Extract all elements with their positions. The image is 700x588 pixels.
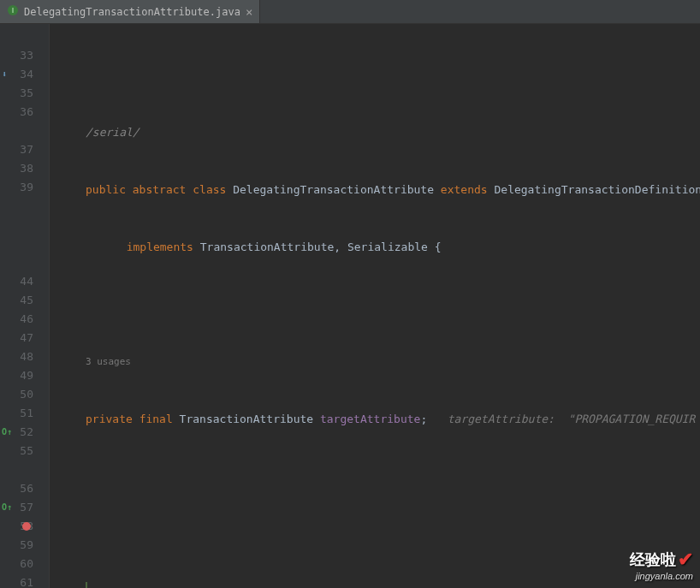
- tab-filename: DelegatingTransactionAttribute.java: [24, 6, 240, 18]
- code-line[interactable]: [50, 66, 700, 85]
- code-line[interactable]: /serial/: [50, 123, 700, 142]
- usages-hint[interactable]: 3 usages: [50, 353, 700, 371]
- javadoc[interactable]: Create a DelegatingTransactionAttribute …: [86, 582, 700, 588]
- gutter[interactable]: 33 ⬇34 35 36 37 38 39 44 45 46 47 48 49 …: [0, 24, 50, 588]
- tab-bar: I DelegatingTransactionAttribute.java ×: [0, 0, 700, 24]
- code-area[interactable]: /serial/ public abstract class Delegatin…: [50, 24, 700, 588]
- code-line[interactable]: private final TransactionAttribute targe…: [50, 410, 700, 429]
- editor: 33 ⬇34 35 36 37 38 39 44 45 46 47 48 49 …: [0, 24, 700, 588]
- file-tab[interactable]: I DelegatingTransactionAttribute.java ×: [0, 0, 260, 23]
- override-icon[interactable]: O↑: [0, 423, 26, 442]
- code-line[interactable]: [50, 467, 700, 486]
- code-line[interactable]: implements TransactionAttribute, Seriali…: [50, 238, 700, 257]
- java-interface-icon: I: [7, 4, 19, 19]
- code-line[interactable]: [50, 295, 700, 314]
- code-line[interactable]: public abstract class DelegatingTransact…: [50, 181, 700, 199]
- close-icon[interactable]: ×: [246, 6, 252, 18]
- svg-text:I: I: [12, 6, 15, 15]
- code-line[interactable]: [50, 512, 700, 531]
- implements-icon[interactable]: ⬇: [0, 65, 26, 84]
- override-icon[interactable]: O↑: [0, 498, 26, 517]
